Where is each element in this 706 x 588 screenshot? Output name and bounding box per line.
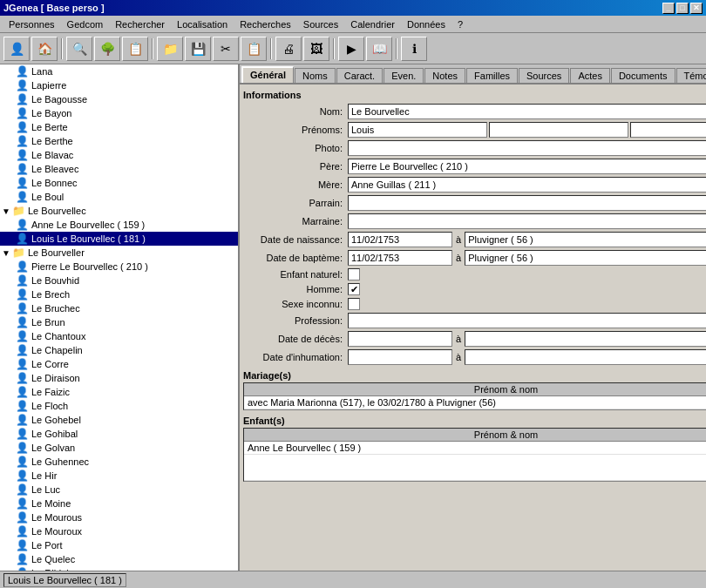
tree-item-leblavac[interactable]: 👤 Le Blavac xyxy=(0,148,238,162)
tree-item-lebouvhid[interactable]: 👤 Le Bouvhid xyxy=(0,274,238,287)
tree-item-legohibal[interactable]: 👤 Le Gohibal xyxy=(0,427,238,441)
menu-recherches[interactable]: Recherches xyxy=(234,17,296,31)
toolbar-btn-3[interactable]: 🌳 xyxy=(94,37,120,61)
minimize-button[interactable]: _ xyxy=(662,3,675,14)
nom-input[interactable] xyxy=(348,104,706,119)
lieu-inhumation-input[interactable] xyxy=(465,349,706,365)
tree-item-lebourvellec-family[interactable]: ▼ 📁 Le Bourvellec xyxy=(0,204,238,218)
tree-item-lebonnec[interactable]: 👤 Le Bonnec xyxy=(0,176,238,190)
date-deces-input[interactable] xyxy=(348,331,452,347)
tree-panel[interactable]: 👤 Lana 👤 Lapierre 👤 Le Bagousse 👤 Le Bay… xyxy=(0,64,240,571)
toolbar-btn-6[interactable]: 💾 xyxy=(185,37,211,61)
menu-localisation[interactable]: Localisation xyxy=(172,17,233,31)
prenoms-input-3[interactable] xyxy=(630,122,706,138)
mariage-section: Mariage(s) Prénom & nom avec Maria Mario… xyxy=(243,370,706,410)
tree-item-lefloch[interactable]: 👤 Le Floch xyxy=(0,399,238,413)
tree-item-pierre[interactable]: 👤 Pierre Le Bourvellec ( 210 ) xyxy=(0,260,238,274)
lieu-naissance-input[interactable] xyxy=(465,232,706,247)
tab-general[interactable]: Général xyxy=(241,66,294,83)
lieu-bapteme-input[interactable] xyxy=(465,250,706,266)
enfants-row-0[interactable]: Anne Le Bourvellec ( 159 ) xyxy=(244,442,706,455)
tree-item-lehir[interactable]: 👤 Le Hir xyxy=(0,469,238,483)
tab-temoin[interactable]: Témoin xyxy=(676,68,706,83)
tree-item-lequelee[interactable]: 👤 Le Quelec xyxy=(0,552,238,566)
tree-item-leberte[interactable]: 👤 Le Berte xyxy=(0,120,238,134)
tree-item-lemouroux[interactable]: 👤 Le Mouroux xyxy=(0,524,238,538)
toolbar-btn-13[interactable]: ℹ xyxy=(401,37,427,61)
toolbar-btn-0[interactable]: 👤 xyxy=(3,37,30,61)
toolbar-btn-8[interactable]: 📋 xyxy=(241,37,267,61)
tree-item-lediraison[interactable]: 👤 Le Diraison xyxy=(0,371,238,385)
tree-item-louis[interactable]: 👤 Louis Le Bourvellec ( 181 ) xyxy=(0,232,238,246)
tree-item-leboul[interactable]: 👤 Le Boul xyxy=(0,190,238,204)
tab-documents[interactable]: Documents xyxy=(611,68,675,83)
tab-even[interactable]: Even. xyxy=(384,68,424,83)
tree-item-legohebel[interactable]: 👤 Le Gohebel xyxy=(0,413,238,427)
tree-item-lemoine[interactable]: 👤 Le Moine xyxy=(0,497,238,510)
tree-item-lebagousse[interactable]: 👤 Le Bagousse xyxy=(0,92,238,106)
tree-item-lebayon[interactable]: 👤 Le Bayon xyxy=(0,106,238,120)
status-bar: Louis Le Bourvellec ( 181 ) xyxy=(0,571,706,588)
tree-item-lana[interactable]: 👤 Lana xyxy=(0,64,238,78)
tree-item-lechapelin[interactable]: 👤 Le Chapelin xyxy=(0,343,238,357)
toolbar-btn-9[interactable]: 🖨 xyxy=(275,37,302,61)
pere-input[interactable] xyxy=(348,159,706,174)
toolbar-btn-5[interactable]: 📁 xyxy=(157,37,183,61)
tree-item-leberthe[interactable]: 👤 Le Berthe xyxy=(0,134,238,148)
tree-item-legolvan[interactable]: 👤 Le Golvan xyxy=(0,441,238,455)
mariage-row-0[interactable]: avec Maria Marionna (517), le 03/02/1780… xyxy=(244,396,706,409)
marraine-input[interactable] xyxy=(348,213,706,229)
tab-notes[interactable]: Notes xyxy=(424,68,465,83)
tree-item-lefaizic[interactable]: 👤 Le Faizic xyxy=(0,385,238,399)
photo-input[interactable] xyxy=(348,140,706,156)
menu-calendrier[interactable]: Calendrier xyxy=(345,17,400,31)
mere-input[interactable] xyxy=(348,177,706,193)
tab-caract[interactable]: Caract. xyxy=(336,68,383,83)
maximize-button[interactable]: □ xyxy=(676,3,689,14)
date-naissance-input[interactable] xyxy=(348,232,452,247)
tree-item-lebruchec[interactable]: 👤 Le Bruchec xyxy=(0,301,238,315)
tree-item-anne[interactable]: 👤 Anne Le Bourvellec ( 159 ) xyxy=(0,218,238,232)
toolbar-btn-12[interactable]: 📖 xyxy=(366,37,392,61)
tree-item-leguhennec[interactable]: 👤 Le Guhennec xyxy=(0,455,238,469)
prenoms-input-2[interactable] xyxy=(489,122,628,138)
toolbar-btn-10[interactable]: 🖼 xyxy=(303,37,329,61)
tree-item-lemourous[interactable]: 👤 Le Mourous xyxy=(0,510,238,524)
menu-help[interactable]: ? xyxy=(452,17,468,31)
tab-sources[interactable]: Sources xyxy=(519,68,569,83)
tab-actes[interactable]: Actes xyxy=(570,68,610,83)
date-bapteme-input[interactable] xyxy=(348,250,452,266)
menu-personnes[interactable]: Personnes xyxy=(3,17,60,31)
homme-checkbox[interactable]: ✔ xyxy=(348,283,360,295)
tree-item-leport[interactable]: 👤 Le Port xyxy=(0,538,238,552)
title-bar: JGenea [ Base perso ] _ □ ✕ xyxy=(0,0,706,16)
toolbar-btn-7[interactable]: ✂ xyxy=(213,37,239,61)
date-inhumation-input[interactable] xyxy=(348,349,452,365)
tree-item-lechantoux[interactable]: 👤 Le Chantoux xyxy=(0,329,238,343)
toolbar-btn-4[interactable]: 📋 xyxy=(122,37,148,61)
tree-item-leluc[interactable]: 👤 Le Luc xyxy=(0,483,238,497)
tab-familles[interactable]: Familles xyxy=(466,68,518,83)
tree-item-lebleavec[interactable]: 👤 Le Bleavec xyxy=(0,162,238,176)
tree-item-leriblair[interactable]: 👤 Le Riblair xyxy=(0,566,238,571)
menu-rechercher[interactable]: Rechercher xyxy=(110,17,170,31)
menu-gedcom[interactable]: Gedcom xyxy=(62,17,109,31)
prenoms-input-1[interactable] xyxy=(348,122,487,138)
menu-sources[interactable]: Sources xyxy=(298,17,343,31)
tree-item-lebrun[interactable]: 👤 Le Brun xyxy=(0,315,238,329)
menu-donnees[interactable]: Données xyxy=(402,17,451,31)
close-button[interactable]: ✕ xyxy=(690,3,703,14)
tab-noms[interactable]: Noms xyxy=(295,68,336,83)
enfant-naturel-checkbox[interactable] xyxy=(348,268,360,280)
tree-item-lebourveller-family[interactable]: ▼ 📁 Le Bourveller xyxy=(0,246,238,260)
profession-input[interactable] xyxy=(348,313,706,328)
tree-item-lebrech[interactable]: 👤 Le Brech xyxy=(0,287,238,301)
toolbar-btn-11[interactable]: ▶ xyxy=(338,37,364,61)
tree-item-lecorre[interactable]: 👤 Le Corre xyxy=(0,357,238,371)
parrain-input[interactable] xyxy=(348,195,706,211)
toolbar-btn-2[interactable]: 🔍 xyxy=(66,37,92,61)
toolbar-btn-1[interactable]: 🏠 xyxy=(31,37,58,61)
lieu-deces-input[interactable] xyxy=(465,331,706,347)
tree-item-lapierre[interactable]: 👤 Lapierre xyxy=(0,78,238,92)
sexe-inconnu-checkbox[interactable] xyxy=(348,298,360,310)
